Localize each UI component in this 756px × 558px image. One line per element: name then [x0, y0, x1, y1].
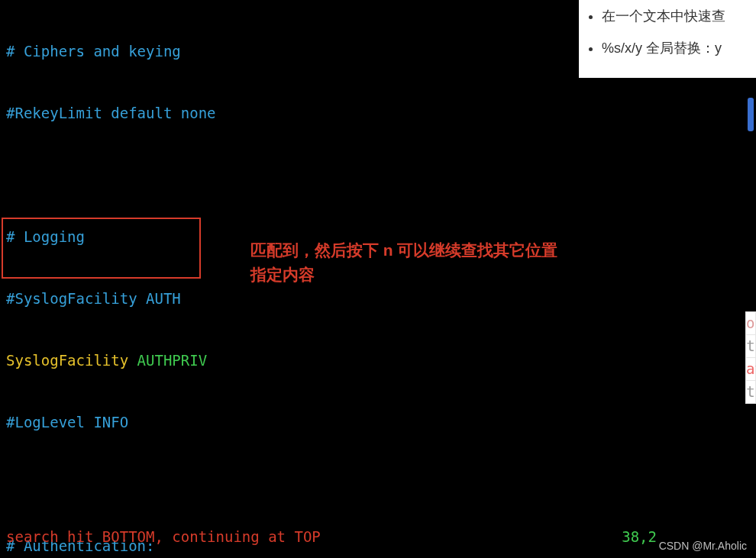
- blank-line: [6, 165, 756, 185]
- side-note-panel: 在一个文本中快速查 %s/x/y 全局替换：y: [579, 0, 756, 78]
- blank-line: [6, 474, 756, 495]
- note-item: 在一个文本中快速查: [602, 3, 756, 29]
- config-line: SyslogFacility AUTHPRIV: [6, 350, 756, 371]
- cursor-position: 38,2: [622, 527, 657, 547]
- status-message: search hit BOTTOM, continuing at TOP: [6, 527, 321, 547]
- config-line: #SyslogFacility AUTH: [6, 289, 756, 309]
- side-tile: ob: [745, 311, 756, 335]
- side-tiles: ob t at t: [745, 311, 756, 403]
- vim-status-bar: search hit BOTTOM, continuing at TOP 38,…: [0, 527, 756, 547]
- directive-value: AUTHPRIV: [137, 352, 208, 369]
- side-tile: at: [745, 357, 756, 381]
- config-line: #LogLevel INFO: [6, 412, 756, 433]
- directive-key: SyslogFacility: [6, 352, 137, 369]
- annotation-line: 匹配到，然后按下 n 可以继续查找其它位置: [250, 238, 558, 263]
- scrollbar-thumb[interactable]: [748, 98, 754, 131]
- config-line: #RekeyLimit default none: [6, 103, 756, 124]
- note-item: %s/x/y 全局替换：y: [602, 35, 756, 61]
- annotation-text: 匹配到，然后按下 n 可以继续查找其它位置 指定内容: [250, 238, 558, 287]
- side-tile: t: [745, 334, 756, 358]
- side-tile: t: [745, 380, 756, 404]
- annotation-line: 指定内容: [250, 263, 558, 287]
- watermark: CSDN @Mr.Aholic: [659, 536, 747, 556]
